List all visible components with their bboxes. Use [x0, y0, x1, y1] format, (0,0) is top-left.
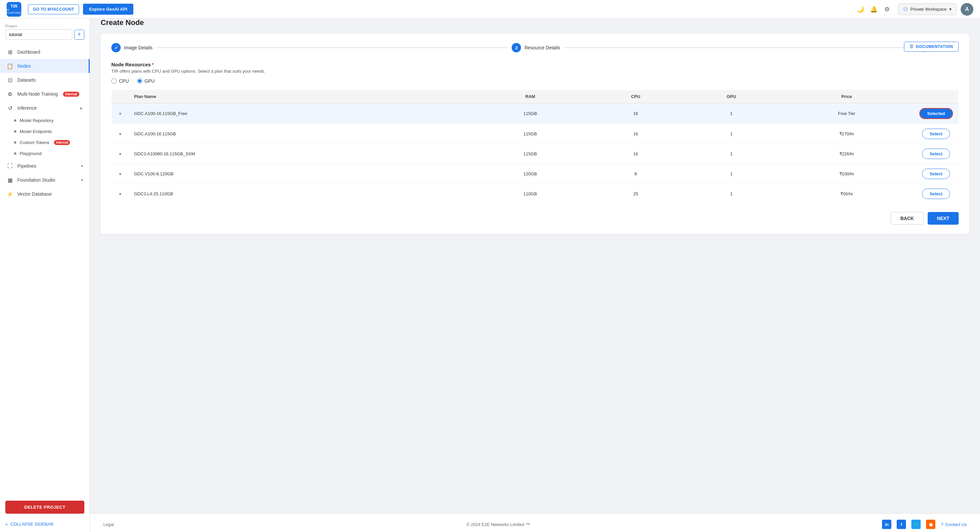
sidebar-sub-label: Custom Tokens: [20, 140, 49, 145]
sidebar-item-dashboard[interactable]: ⊞ Dashboard: [0, 45, 90, 59]
next-button[interactable]: NEXT: [928, 212, 959, 225]
price-cell: ₹50/hr: [780, 184, 914, 204]
sidebar-item-playground[interactable]: Playground: [14, 148, 90, 159]
nav-dot-icon: [14, 130, 16, 133]
foundation-icon: ▦: [7, 177, 13, 183]
sidebar-item-nodes[interactable]: 📋 Nodes: [0, 59, 90, 73]
gpu-cell: 1: [683, 144, 780, 164]
expand-row-button[interactable]: ▾: [117, 131, 123, 137]
inference-chevron-icon: ▲: [79, 106, 83, 110]
main-content: Private Workspace › tutorial › Manage No…: [90, 0, 980, 513]
create-node-card: ☰ DOCUMENTATION ✓ Image Details 2 Resour…: [101, 33, 969, 234]
nav-dot-icon: [14, 119, 16, 122]
sidebar: Project tutorial + ⊞ Dashboard 📋 Nodes ⊡…: [0, 19, 90, 532]
linkedin-icon[interactable]: in: [882, 520, 891, 529]
settings-icon[interactable]: ⚙: [883, 6, 891, 13]
section-desc: TIR offers plans with CPU and GPU option…: [111, 68, 959, 74]
sidebar-nav: ⊞ Dashboard 📋 Nodes ⊡ Datasets ⚙ Multi-N…: [0, 42, 90, 497]
ram-cell: 110GB: [473, 184, 588, 204]
project-label: Project: [5, 24, 84, 28]
header: TIR AI PLATFORM GO TO MYACCOUNT Explore …: [0, 0, 980, 19]
table-row: ▾ GDC3.L4-25.110GB 110GB 25 1 ₹50/hr Sel…: [112, 184, 959, 204]
rss-icon[interactable]: ◉: [926, 520, 935, 529]
plan-name-cell: GDC.V100-8.120GB: [129, 164, 473, 184]
sidebar-item-multi-node[interactable]: ⚙ Multi-Node Training Internal: [0, 87, 90, 101]
col-cpu: CPU: [588, 90, 683, 104]
ram-cell: 120GB: [473, 164, 588, 184]
sidebar-item-custom-tokens[interactable]: Custom Tokens Internal: [14, 137, 90, 148]
doc-icon: ☰: [910, 44, 914, 49]
price-cell: ₹100/hr: [780, 164, 914, 184]
select-button[interactable]: Select: [922, 149, 950, 159]
col-gpu: GPU: [683, 90, 780, 104]
expand-row-button[interactable]: ▾: [117, 191, 123, 198]
pipelines-icon: ⛶: [7, 162, 13, 169]
sidebar-item-model-repository[interactable]: Model Repository: [14, 115, 90, 126]
sidebar-item-label: Pipelines: [18, 163, 37, 169]
sidebar-item-pipelines[interactable]: ⛶ Pipelines ▾: [0, 159, 90, 173]
new-project-button[interactable]: +: [74, 30, 84, 40]
cpu-radio-input[interactable]: [111, 78, 117, 84]
documentation-button[interactable]: ☰ DOCUMENTATION: [904, 41, 959, 52]
action-cell: Select: [914, 124, 959, 144]
avatar-button[interactable]: A: [961, 3, 973, 16]
sidebar-item-inference[interactable]: ↺ Inference ▲: [0, 101, 90, 115]
action-cell: Select: [914, 184, 959, 204]
nodes-icon: 📋: [7, 63, 13, 69]
expand-cell: ▾: [112, 104, 129, 124]
selected-button[interactable]: Selected: [920, 108, 953, 119]
sidebar-item-vector-database[interactable]: ⚡ Vector Database: [0, 187, 90, 201]
doc-label: DOCUMENTATION: [916, 44, 953, 49]
step-2-circle: 2: [512, 43, 521, 53]
footer: Legal © 2024 E2E Networks Limited ™ in f…: [90, 513, 980, 532]
col-expand: [112, 90, 129, 104]
go-to-myaccount-button[interactable]: GO TO MYACCOUNT: [28, 4, 79, 14]
workspace-dropdown[interactable]: ⚇ Private Workspace ▾: [898, 3, 957, 15]
expand-row-button[interactable]: ▾: [117, 151, 123, 157]
project-select[interactable]: tutorial: [5, 29, 72, 40]
select-button[interactable]: Select: [922, 169, 950, 179]
sidebar-item-model-endpoints[interactable]: Model Endpoints: [14, 126, 90, 137]
sidebar-item-datasets[interactable]: ⊡ Datasets: [0, 73, 90, 87]
col-ram: RAM: [473, 90, 588, 104]
plans-table-body: ▾ GDC.A100-16.115GB_Free 115GB 16 1 Free…: [112, 104, 959, 204]
gpu-radio-option[interactable]: GPU: [137, 78, 155, 84]
plan-name-cell: GDC.A100-16.115GB: [129, 124, 473, 144]
section-title: Node Resources*: [111, 62, 959, 67]
collapse-icon: «: [5, 522, 8, 527]
resource-type-radio-group: CPU GPU: [111, 78, 959, 84]
delete-project-button[interactable]: DELETE PROJECT: [5, 501, 84, 514]
footer-legal[interactable]: Legal: [103, 522, 114, 527]
contact-us-link[interactable]: ? Contact Us: [941, 522, 967, 527]
price-cell: ₹226/hr: [780, 144, 914, 164]
expand-cell: ▾: [112, 164, 129, 184]
logo-icon: TIR AI PLATFORM: [7, 2, 21, 17]
sidebar-item-label: Datasets: [18, 77, 36, 83]
notifications-icon[interactable]: 🔔: [870, 6, 877, 13]
back-button[interactable]: BACK: [891, 212, 923, 225]
collapse-sidebar-button[interactable]: « COLLAPSE SIDEBAR: [0, 518, 90, 532]
theme-toggle-icon[interactable]: 🌙: [857, 6, 864, 13]
explore-genai-button[interactable]: Explore GenAI API: [83, 4, 133, 15]
cpu-cell: 8: [588, 164, 683, 184]
gpu-cell: 1: [683, 104, 780, 124]
workspace-icon: ⚇: [903, 6, 908, 12]
gpu-radio-input[interactable]: [137, 78, 142, 84]
table-row: ▾ GDC.A100-16.115GB 115GB 16 1 ₹170/hr S…: [112, 124, 959, 144]
select-button[interactable]: Select: [922, 189, 950, 199]
expand-row-button[interactable]: ▾: [117, 170, 123, 177]
expand-row-button[interactable]: ▾: [117, 110, 123, 117]
plan-name-cell: GDC3.L4-25.110GB: [129, 184, 473, 204]
ram-cell: 115GB: [473, 104, 588, 124]
twitter-icon[interactable]: 🐦: [912, 520, 921, 529]
facebook-icon[interactable]: f: [897, 520, 906, 529]
sidebar-item-label: Multi-Node Training: [18, 91, 58, 97]
price-cell: Free Tier: [780, 104, 914, 124]
nav-dot-icon: [14, 152, 16, 155]
sidebar-item-foundation-studio[interactable]: ▦ Foundation Studio ▾: [0, 173, 90, 187]
select-button[interactable]: Select: [922, 129, 950, 139]
gpu-cell: 1: [683, 184, 780, 204]
workspace-chevron-icon: ▾: [949, 7, 952, 12]
cpu-radio-option[interactable]: CPU: [111, 78, 129, 84]
foundation-chevron-icon: ▾: [81, 178, 83, 182]
